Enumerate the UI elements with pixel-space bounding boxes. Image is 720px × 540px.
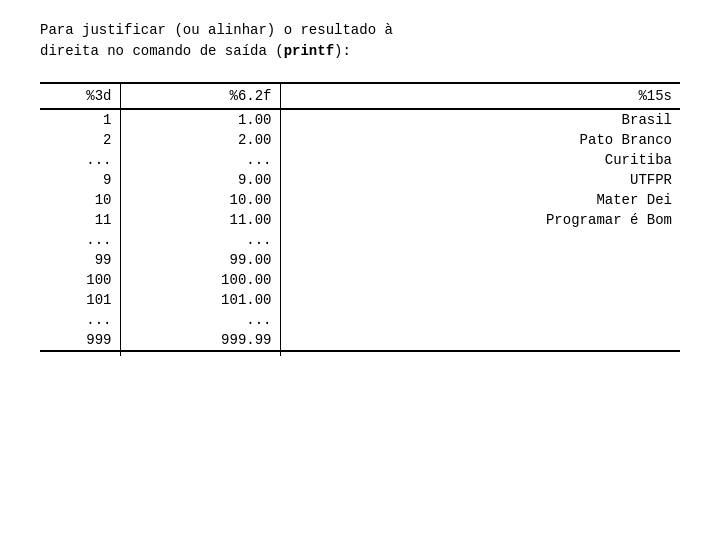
table-wrapper: %3d %6.2f %15s 11.00Brasil22.00Pato Bran…	[40, 82, 680, 356]
table-row: ......Curitiba	[40, 150, 680, 170]
table-cell: ...	[120, 310, 280, 330]
table-cell	[280, 270, 680, 290]
table-cell: Pato Branco	[280, 130, 680, 150]
table-cell	[280, 330, 680, 351]
table-row: 99.00UTFPR	[40, 170, 680, 190]
table-cell: 99.00	[120, 250, 280, 270]
table-row: 11.00Brasil	[40, 109, 680, 130]
table-cell: ...	[40, 150, 120, 170]
table-row: 999999.99	[40, 330, 680, 351]
table-cell: ...	[40, 230, 120, 250]
table-cell	[280, 290, 680, 310]
table-cell: 99	[40, 250, 120, 270]
table-cell: 999	[40, 330, 120, 351]
table-cell: 1	[40, 109, 120, 130]
table-cell: 10.00	[120, 190, 280, 210]
intro-text: Para justificar (ou alinhar) o resultado…	[40, 20, 680, 62]
table-cell: 1.00	[120, 109, 280, 130]
table-row: ......	[40, 230, 680, 250]
table-cell: 11	[40, 210, 120, 230]
table-body: 11.00Brasil22.00Pato Branco......Curitib…	[40, 109, 680, 351]
table-row: 1111.00Programar é Bom	[40, 210, 680, 230]
table-row: 100100.00	[40, 270, 680, 290]
table-cell: ...	[120, 230, 280, 250]
table-cell	[280, 310, 680, 330]
intro-printf: printf	[284, 43, 334, 59]
table-cell	[280, 250, 680, 270]
table-cell: 999.99	[120, 330, 280, 351]
table-cell: 101	[40, 290, 120, 310]
table-cell: 100.00	[120, 270, 280, 290]
table-cell: 10	[40, 190, 120, 210]
table-cell: Mater Dei	[280, 190, 680, 210]
table-cell: ...	[120, 150, 280, 170]
intro-line1: Para justificar (ou alinhar) o resultado…	[40, 22, 393, 38]
table-cell: 11.00	[120, 210, 280, 230]
table-row: 1010.00Mater Dei	[40, 190, 680, 210]
table-cell: UTFPR	[280, 170, 680, 190]
table-cell: 2	[40, 130, 120, 150]
col-header-3d: %3d	[40, 83, 120, 109]
footer-col3	[280, 351, 680, 356]
table-cell: ...	[40, 310, 120, 330]
table-cell: 9.00	[120, 170, 280, 190]
table-cell: 9	[40, 170, 120, 190]
table-row: 9999.00	[40, 250, 680, 270]
page-container: Para justificar (ou alinhar) o resultado…	[0, 0, 720, 376]
table-header-row: %3d %6.2f %15s	[40, 83, 680, 109]
table-cell: Curitiba	[280, 150, 680, 170]
table-cell: 101.00	[120, 290, 280, 310]
footer-col1	[40, 351, 120, 356]
table-row: 101101.00	[40, 290, 680, 310]
data-table: %3d %6.2f %15s 11.00Brasil22.00Pato Bran…	[40, 82, 680, 356]
footer-col2	[120, 351, 280, 356]
col-header-62f: %6.2f	[120, 83, 280, 109]
table-cell: Brasil	[280, 109, 680, 130]
intro-line2-start: direita no comando de saída (	[40, 43, 284, 59]
intro-line2-end: ):	[334, 43, 351, 59]
table-footer-row	[40, 351, 680, 356]
table-cell	[280, 230, 680, 250]
table-cell: 2.00	[120, 130, 280, 150]
table-cell: Programar é Bom	[280, 210, 680, 230]
col-header-15s: %15s	[280, 83, 680, 109]
table-row: ......	[40, 310, 680, 330]
table-cell: 100	[40, 270, 120, 290]
table-row: 22.00Pato Branco	[40, 130, 680, 150]
